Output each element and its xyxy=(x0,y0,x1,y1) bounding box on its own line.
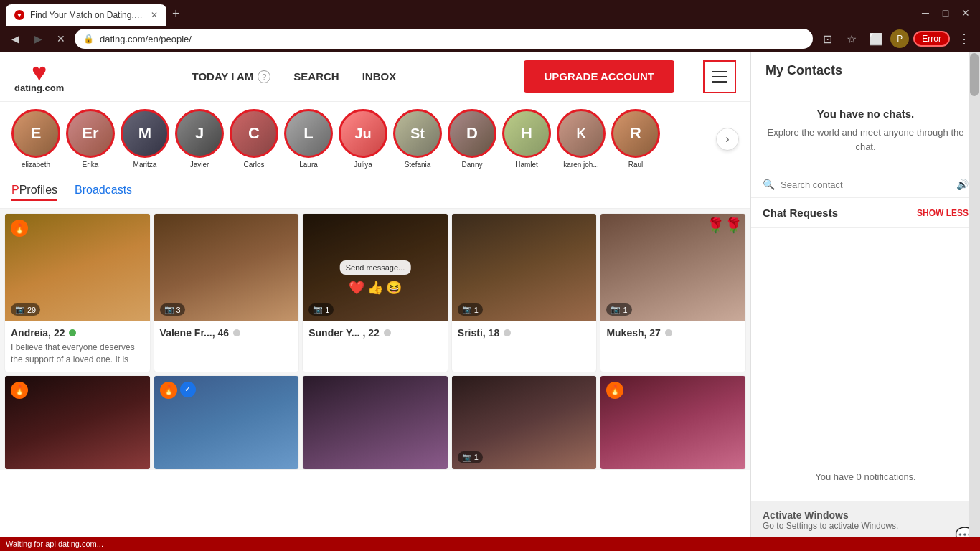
profile-card[interactable]: 🔥 ✓ xyxy=(154,375,300,470)
story-item[interactable]: K karen joh... xyxy=(557,109,606,169)
story-name: Juliya xyxy=(354,161,372,169)
profile-card[interactable]: 🌹🌹 📷1 Mukesh, 27 xyxy=(600,213,746,372)
profile-card[interactable]: 📷1 Sristi, 18 xyxy=(451,213,598,372)
story-name: Stefania xyxy=(405,161,431,169)
verified-badge: ✓ xyxy=(180,382,196,397)
online-indicator xyxy=(69,329,76,336)
lock-icon: 🔒 xyxy=(83,34,94,44)
profile-card[interactable]: 🔥 📷29 Andreia, 22 I believe that everyon… xyxy=(4,213,151,372)
profile-icon[interactable]: P xyxy=(890,29,909,48)
maximize-button[interactable]: □ xyxy=(937,4,954,22)
story-item[interactable]: L Laura xyxy=(284,109,333,169)
error-button[interactable]: Error xyxy=(913,31,950,47)
url-text: dating.com/en/people/ xyxy=(100,34,192,44)
activate-windows-notice: Activate Windows Go to Settings to activ… xyxy=(751,501,980,540)
photo-count: 📷29 xyxy=(11,303,40,316)
logo[interactable]: ♥ dating.com xyxy=(14,60,64,93)
story-name: Javier xyxy=(190,161,209,169)
story-item[interactable]: E elizabeth xyxy=(11,109,60,169)
profile-card[interactable]: 🔥 xyxy=(4,375,151,470)
search-contact-bar[interactable]: 🔍 🔊 xyxy=(751,171,980,198)
menu-button[interactable] xyxy=(703,60,736,93)
story-item[interactable]: Er Erika xyxy=(66,109,115,169)
story-name: Raul xyxy=(628,161,644,169)
offline-indicator xyxy=(233,329,240,336)
profile-card[interactable] xyxy=(302,375,448,470)
scrollbar[interactable] xyxy=(969,52,980,537)
tab-broadcasts[interactable]: Broadcasts xyxy=(75,184,132,201)
today-label: TODAY I AM xyxy=(192,70,254,83)
search-icon: 🔍 xyxy=(763,179,775,190)
tab-profiles[interactable]: PProfiles xyxy=(11,184,57,201)
profile-card[interactable]: 📷1 xyxy=(451,375,598,470)
profiles-grid-row2: 🔥 🔥 ✓ xyxy=(0,372,750,470)
upgrade-button[interactable]: UPGRADE ACCOUNT xyxy=(524,60,674,93)
new-tab-button[interactable]: + xyxy=(166,4,186,24)
story-item[interactable]: H Hamlet xyxy=(502,109,551,169)
story-item[interactable]: Ju Juliya xyxy=(339,109,387,169)
chat-requests-header: Chat Requests SHOW LESS xyxy=(751,198,980,228)
photo-count: 📷1 xyxy=(458,451,483,463)
show-less-button[interactable]: SHOW LESS xyxy=(917,208,969,218)
today-i-am-nav[interactable]: TODAY I AM ? xyxy=(192,70,271,83)
no-chats-section: You have no chats. Explore the world and… xyxy=(751,90,980,171)
chat-requests-title: Chat Requests xyxy=(763,207,838,219)
activate-subtitle: Go to Settings to activate Windows. xyxy=(763,521,969,531)
close-button[interactable]: ✕ xyxy=(957,4,974,22)
story-item[interactable]: R Raul xyxy=(611,109,660,169)
profile-name: Sunder Y... , 22 xyxy=(308,327,442,339)
address-bar[interactable]: 🔒 dating.com/en/people/ xyxy=(75,29,813,49)
profile-card[interactable]: Send message... ❤️ 👍 😆 📷1 Sunder Y... , xyxy=(302,213,448,372)
photo-count: 📷1 xyxy=(606,303,631,316)
story-item[interactable]: M Maritza xyxy=(121,109,169,169)
story-name: Danny xyxy=(462,161,483,169)
story-name: karen joh... xyxy=(563,161,598,169)
scrollbar-thumb[interactable] xyxy=(970,53,979,96)
story-name: Hamlet xyxy=(515,161,538,169)
menu-line-2 xyxy=(712,76,727,77)
back-button[interactable]: ◀ xyxy=(6,29,24,48)
offline-indicator xyxy=(384,329,391,336)
cast-icon[interactable]: ⊡ xyxy=(817,29,837,49)
profile-name: Valene Fr..., 46 xyxy=(160,327,293,339)
profile-card[interactable]: 🔥 xyxy=(600,375,746,470)
tab-close-icon[interactable]: ✕ xyxy=(151,10,158,20)
help-icon[interactable]: ? xyxy=(258,70,270,83)
profile-name: Sristi, 18 xyxy=(458,327,591,339)
photo-count: 📷1 xyxy=(308,303,334,316)
menu-line-3 xyxy=(712,81,727,83)
story-name: Laura xyxy=(299,161,318,169)
search-nav[interactable]: SEARCH xyxy=(293,70,339,83)
speaker-icon[interactable]: 🔊 xyxy=(956,179,969,190)
reload-button[interactable]: ✕ xyxy=(52,29,70,48)
profile-name: Mukesh, 27 xyxy=(606,327,740,339)
offline-indicator xyxy=(504,329,511,336)
profile-card[interactable]: 📷3 Valene Fr..., 46 xyxy=(154,213,300,372)
contacts-title: My Contacts xyxy=(765,63,842,77)
activate-title: Activate Windows xyxy=(763,509,969,521)
fire-badge: 🔥 xyxy=(160,382,177,399)
no-chats-text: Explore the world and meet anyone throug… xyxy=(763,126,969,154)
extension-icon[interactable]: ⬜ xyxy=(866,29,886,49)
profile-bio: I believe that everyone deserves the sup… xyxy=(11,342,144,366)
menu-line-1 xyxy=(712,71,727,72)
story-item[interactable]: J Javier xyxy=(175,109,224,169)
story-item[interactable]: D Danny xyxy=(448,109,496,169)
tab-title: Find Your Match on Dating.com: xyxy=(30,10,145,20)
menu-icon[interactable]: ⋮ xyxy=(954,29,974,49)
story-name: elizabeth xyxy=(22,161,50,169)
browser-tab[interactable]: ♥ Find Your Match on Dating.com: ✕ xyxy=(6,4,166,26)
photo-count: 📷1 xyxy=(458,303,483,316)
minimize-button[interactable]: ─ xyxy=(917,4,934,22)
bookmark-icon[interactable]: ☆ xyxy=(842,29,862,49)
inbox-nav[interactable]: INBOX xyxy=(362,70,397,83)
stories-next-button[interactable]: › xyxy=(716,128,739,151)
story-name: Erika xyxy=(83,161,99,169)
contacts-panel: My Contacts You have no chats. Explore t… xyxy=(750,52,980,551)
story-item[interactable]: C Carlos xyxy=(230,109,278,169)
no-chats-title: You have no chats. xyxy=(763,108,969,120)
story-name: Maritza xyxy=(133,161,157,169)
story-item[interactable]: St Stefania xyxy=(393,109,442,169)
search-contact-input[interactable] xyxy=(781,179,951,190)
forward-button[interactable]: ▶ xyxy=(29,29,47,48)
